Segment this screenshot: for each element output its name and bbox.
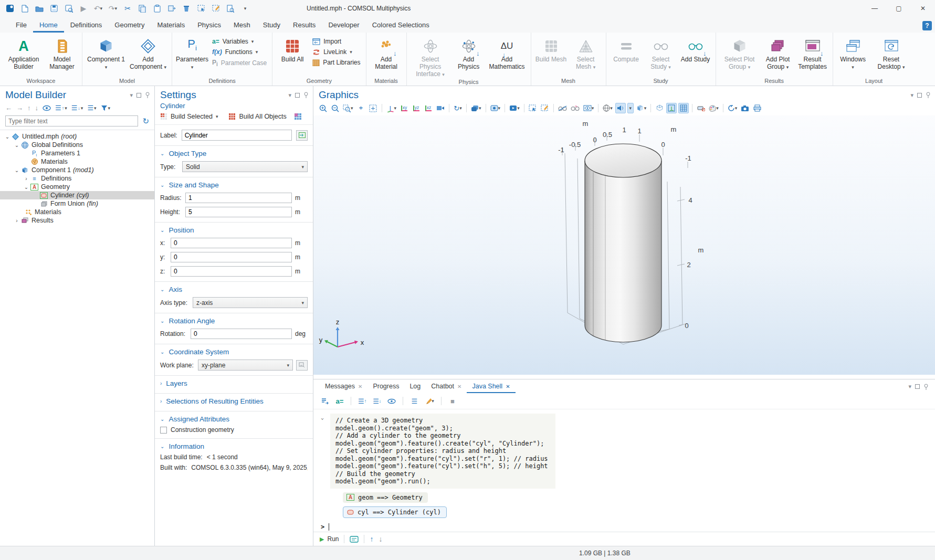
tab-physics[interactable]: Physics bbox=[191, 18, 227, 33]
reset-hiding-icon[interactable] bbox=[570, 103, 581, 113]
tab-mesh[interactable]: Mesh bbox=[227, 18, 257, 33]
tree-item-root[interactable]: ⌄ Untitled.mph(root) bbox=[0, 132, 154, 141]
select-box-button[interactable] bbox=[194, 2, 208, 15]
tab-colored-selections[interactable]: Colored Selections bbox=[366, 18, 436, 33]
scene-configuration-icon[interactable]: ▾ bbox=[489, 103, 502, 113]
cylinder-solid[interactable] bbox=[585, 144, 661, 342]
maximize-button[interactable]: ▢ bbox=[887, 0, 911, 17]
tab-definitions[interactable]: Definitions bbox=[64, 18, 109, 33]
deselect-box-icon[interactable] bbox=[540, 103, 550, 113]
add-material-button[interactable]: ↓ Add Material bbox=[370, 36, 403, 70]
node-text-icon[interactable]: ☰▾ bbox=[87, 104, 96, 112]
snapshot-icon[interactable] bbox=[740, 103, 750, 113]
add-component-button[interactable]: Add Component ▾ bbox=[128, 36, 169, 71]
back-arrow-icon[interactable]: ← bbox=[5, 104, 12, 112]
find-button[interactable] bbox=[224, 2, 237, 15]
delete-button[interactable] bbox=[180, 2, 193, 15]
build-selected-button[interactable]: Build Selected bbox=[171, 113, 213, 120]
tree-item-materials[interactable]: Materials bbox=[0, 208, 154, 216]
move-up-icon[interactable]: ☰↑ bbox=[357, 396, 367, 406]
output-geom[interactable]: A geom ==> Geometry bbox=[343, 492, 428, 503]
stop-icon[interactable]: ■ bbox=[447, 396, 458, 406]
update-graphics-icon[interactable]: ▾ bbox=[727, 103, 739, 113]
panel-menu-icon[interactable]: ▾ bbox=[130, 92, 133, 99]
wireframe-icon[interactable] bbox=[654, 103, 665, 113]
tree-item-parameters-1[interactable]: Pi Parameters 1 bbox=[0, 149, 154, 157]
variables-button[interactable]: a= Variables▾ bbox=[212, 38, 267, 45]
redo-button[interactable]: ↷▾ bbox=[106, 2, 120, 15]
minimize-button[interactable]: — bbox=[863, 0, 887, 17]
forward-arrow-icon[interactable]: → bbox=[16, 104, 23, 112]
refresh-icon[interactable]: ↻ bbox=[142, 117, 149, 126]
select-physics-interface-button[interactable]: Select Physics Interface ▾ bbox=[410, 36, 451, 78]
tree-filter-input[interactable] bbox=[5, 115, 138, 126]
select-mesh-button[interactable]: Select Mesh ▾ bbox=[569, 36, 603, 71]
go-to-xz-view-icon[interactable]: xz bbox=[423, 103, 434, 113]
tab-progress[interactable]: Progress bbox=[367, 381, 404, 393]
parameters-button[interactable]: Pi Parameters▾ bbox=[175, 36, 209, 71]
filter-icon[interactable]: ▾ bbox=[101, 105, 111, 111]
section-header[interactable]: ›Selections of Resulting Entities bbox=[160, 397, 308, 405]
hide-labels-icon[interactable] bbox=[696, 103, 706, 113]
select-plot-group-button[interactable]: Select Plot Group ▾ bbox=[719, 36, 760, 71]
position-z-input[interactable] bbox=[171, 266, 292, 277]
section-header[interactable]: ⌄Object Type bbox=[160, 150, 308, 157]
sound-feedback-caret[interactable]: ▾ bbox=[627, 103, 634, 113]
print-icon[interactable] bbox=[752, 103, 762, 113]
run-button[interactable]: ▶ bbox=[77, 2, 90, 15]
output-cyl[interactable]: cyl ==> Cylinder (cyl) bbox=[343, 506, 447, 518]
tree-item-geometry[interactable]: ⌄ A Geometry bbox=[0, 183, 154, 191]
material-rendering-icon[interactable]: ▾ bbox=[708, 103, 720, 113]
run-button[interactable]: ▶ Run bbox=[320, 535, 339, 543]
collapse-up-icon[interactable]: ☰↑▾ bbox=[55, 104, 67, 112]
java-shell-console[interactable]: ⌄ // Create a 3D geometry model.geom().c… bbox=[313, 409, 935, 532]
float-panel-icon[interactable] bbox=[136, 93, 141, 98]
tab-results[interactable]: Results bbox=[287, 18, 322, 33]
duplicate-button[interactable] bbox=[165, 2, 178, 15]
section-header[interactable]: ⌄Axis bbox=[160, 286, 308, 293]
zoom-in-icon[interactable] bbox=[318, 103, 328, 113]
help-icon[interactable]: ? bbox=[922, 21, 932, 30]
go-to-default-view-icon[interactable]: ▾ bbox=[385, 103, 398, 113]
view-menu-globe-icon[interactable]: ▾ bbox=[602, 103, 614, 113]
build-all-button[interactable]: Build All bbox=[276, 36, 309, 63]
tree-item-form-union[interactable]: Form Union(fin) bbox=[0, 199, 154, 208]
model-manager-button[interactable]: Model Manager bbox=[45, 36, 79, 70]
close-tab-icon[interactable]: ✕ bbox=[506, 384, 510, 389]
geometry-builder-icon[interactable] bbox=[294, 113, 302, 120]
tab-home[interactable]: Home bbox=[33, 18, 64, 33]
tab-materials[interactable]: Materials bbox=[151, 18, 191, 33]
tree-item-global-materials[interactable]: Materials bbox=[0, 157, 154, 166]
panel-menu-icon[interactable]: ▾ bbox=[910, 92, 913, 99]
tab-geometry[interactable]: Geometry bbox=[108, 18, 151, 33]
position-y-input[interactable] bbox=[171, 252, 292, 262]
show-icon[interactable] bbox=[386, 396, 397, 406]
build-mesh-button[interactable]: Build Mesh bbox=[534, 36, 568, 63]
add-physics-button[interactable]: ↓ Add Physics bbox=[452, 36, 486, 70]
rotate-icon[interactable]: ↻▾ bbox=[453, 103, 463, 113]
show-icon[interactable] bbox=[43, 105, 51, 111]
pin-icon[interactable] bbox=[303, 92, 309, 98]
go-to-yz-view-icon[interactable]: yz bbox=[411, 103, 422, 113]
hide-objects-icon[interactable] bbox=[557, 103, 568, 113]
part-libraries-button[interactable]: Part Libraries bbox=[312, 59, 360, 66]
save-as-button[interactable] bbox=[62, 2, 76, 15]
close-tab-icon[interactable]: ✕ bbox=[358, 384, 362, 389]
sound-feedback-icon[interactable] bbox=[615, 103, 626, 113]
section-header[interactable]: ⌄Information bbox=[160, 442, 308, 450]
float-panel-icon[interactable] bbox=[295, 93, 300, 98]
position-x-input[interactable] bbox=[171, 238, 292, 248]
clear-console-icon[interactable]: ▾ bbox=[424, 396, 435, 406]
import-button[interactable]: Import bbox=[312, 38, 360, 45]
section-header[interactable]: ⌄Coordinate System bbox=[160, 348, 308, 356]
tab-developer[interactable]: Developer bbox=[322, 18, 365, 33]
view-hidden-icon[interactable]: ▾ bbox=[582, 103, 595, 113]
rotation-input[interactable] bbox=[191, 329, 292, 339]
livelink-button[interactable]: LiveLink▾ bbox=[312, 48, 360, 56]
word-wrap-icon[interactable]: ☰ bbox=[409, 396, 419, 406]
pin-icon[interactable] bbox=[926, 92, 931, 98]
create-work-plane-button[interactable] bbox=[296, 360, 308, 371]
deselect-button[interactable] bbox=[209, 2, 223, 15]
add-mathematics-button[interactable]: ΔU ↓ Add Mathematics bbox=[487, 36, 528, 70]
export-code-icon[interactable] bbox=[320, 396, 330, 406]
